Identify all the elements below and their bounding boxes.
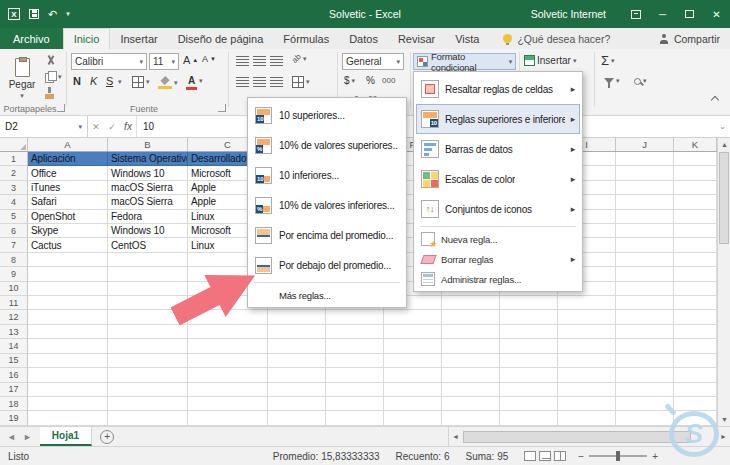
zoom-out-icon[interactable]: − [578,451,584,462]
align-right-button[interactable] [270,77,283,87]
font-color-button[interactable]: A▾ [186,76,203,86]
cell-b15[interactable] [108,354,188,368]
zoom-in-icon[interactable]: + [652,451,658,462]
cell-g15[interactable] [442,354,500,368]
cell-b5[interactable]: Fedora [108,210,188,224]
cell-g14[interactable] [442,339,500,353]
maximize-button[interactable] [676,0,703,28]
cell-b16[interactable] [108,368,188,382]
cell-e12[interactable] [326,310,384,324]
vertical-scrollbar[interactable]: ▲ ▼ [717,138,730,426]
sheet-nav-left-icon[interactable]: ◄ [7,432,16,442]
cell-d14[interactable] [268,339,326,353]
cell-j13[interactable] [616,325,674,339]
cell-f13[interactable] [384,325,442,339]
undo-icon[interactable]: ↶ [48,8,57,21]
row-header-16[interactable]: 16 [0,368,28,382]
underline-dropdown-icon[interactable]: ▾ [118,78,122,86]
column-header-a[interactable]: A [28,138,108,151]
row-header-19[interactable]: 19 [0,411,28,425]
cell-k9[interactable] [674,267,717,281]
merge-center-button[interactable]: ▾ [292,76,310,88]
comma-style-button[interactable]: 000 [382,76,395,85]
cell-g12[interactable] [442,310,500,324]
cell-b1[interactable]: Sistema Operativo [108,152,188,166]
cell-i11[interactable] [558,296,616,310]
cell-g18[interactable] [442,397,500,411]
tab-datos[interactable]: Datos [339,28,388,49]
cell-k10[interactable] [674,282,717,296]
zoom-slider[interactable] [589,455,647,457]
cell-h13[interactable] [500,325,558,339]
cell-g11[interactable] [442,296,500,310]
cell-a12[interactable] [28,310,108,324]
page-break-view-icon[interactable] [554,451,566,461]
cell-a3[interactable]: iTunes [28,181,108,195]
column-header-b[interactable]: B [108,138,188,151]
cell-k8[interactable] [674,253,717,267]
row-header-11[interactable]: 11 [0,296,28,310]
decrease-font-size-button[interactable]: A▼ [202,54,216,64]
menu-item-borrar-reglas[interactable]: Borrar reglas▸ [416,249,580,269]
vertical-scroll-thumb[interactable] [719,152,729,244]
insert-cells-button[interactable]: Insertar▾ [524,55,576,66]
cell-i18[interactable] [558,397,616,411]
row-header-18[interactable]: 18 [0,397,28,411]
align-top-button[interactable] [236,56,249,66]
cell-a14[interactable] [28,339,108,353]
cell-j9[interactable] [616,267,674,281]
normal-view-icon[interactable] [524,451,536,461]
cell-b6[interactable]: Windows 10 [108,224,188,238]
cell-h17[interactable] [500,383,558,397]
cell-k11[interactable] [674,296,717,310]
cell-f16[interactable] [384,368,442,382]
cell-j16[interactable] [616,368,674,382]
cell-j4[interactable] [616,195,674,209]
column-header-j[interactable]: J [616,138,674,151]
cell-k15[interactable] [674,354,717,368]
cell-f17[interactable] [384,383,442,397]
cell-c16[interactable] [188,368,268,382]
column-header-k[interactable]: K [674,138,717,151]
cell-b8[interactable] [108,253,188,267]
cell-a19[interactable] [28,411,108,425]
minimize-button[interactable]: ─ [649,0,676,28]
menu-item-administrar-reglas[interactable]: Administrar reglas... [416,269,580,289]
cell-h19[interactable] [500,411,558,425]
cell-k14[interactable] [674,339,717,353]
percent-style-button[interactable]: % [366,75,375,86]
sort-filter-button[interactable]: ▾ [604,77,620,85]
cell-j14[interactable] [616,339,674,353]
sheet-tab-hoja1[interactable]: Hoja1 [40,427,92,446]
cell-j5[interactable] [616,210,674,224]
cell-h18[interactable] [500,397,558,411]
tab-insertar[interactable]: Insertar [110,28,167,49]
cell-f15[interactable] [384,354,442,368]
menu-item-conjuntos-de-iconos[interactable]: Conjuntos de iconos▸ [416,194,580,224]
menu-item-barras-de-datos[interactable]: Barras de datos▸ [416,134,580,164]
cut-button[interactable] [45,55,55,65]
submenu-item-10-superiores[interactable]: 10 superiores... [250,100,404,130]
cell-j10[interactable] [616,282,674,296]
tab-diseno-de-pagina[interactable]: Diseño de página [168,28,274,49]
cell-h14[interactable] [500,339,558,353]
name-box[interactable]: D2 ▾ [0,116,88,137]
autosum-button[interactable]: Σ▾ [601,53,615,68]
cell-a8[interactable] [28,253,108,267]
row-header-1[interactable]: 1 [0,152,28,166]
formula-bar-expand-icon[interactable]: ⌄ [719,122,726,131]
cell-a11[interactable] [28,296,108,310]
cell-g19[interactable] [442,411,500,425]
cell-j7[interactable] [616,238,674,252]
select-all-corner[interactable] [0,138,28,151]
cell-k1[interactable] [674,152,717,166]
align-left-button[interactable] [236,77,249,87]
row-header-13[interactable]: 13 [0,325,28,339]
menu-item-escalas-de-color[interactable]: Escalas de color▸ [416,164,580,194]
cell-i19[interactable] [558,411,616,425]
cell-g17[interactable] [442,383,500,397]
cell-c18[interactable] [188,397,268,411]
row-header-3[interactable]: 3 [0,181,28,195]
cell-b18[interactable] [108,397,188,411]
cell-g16[interactable] [442,368,500,382]
